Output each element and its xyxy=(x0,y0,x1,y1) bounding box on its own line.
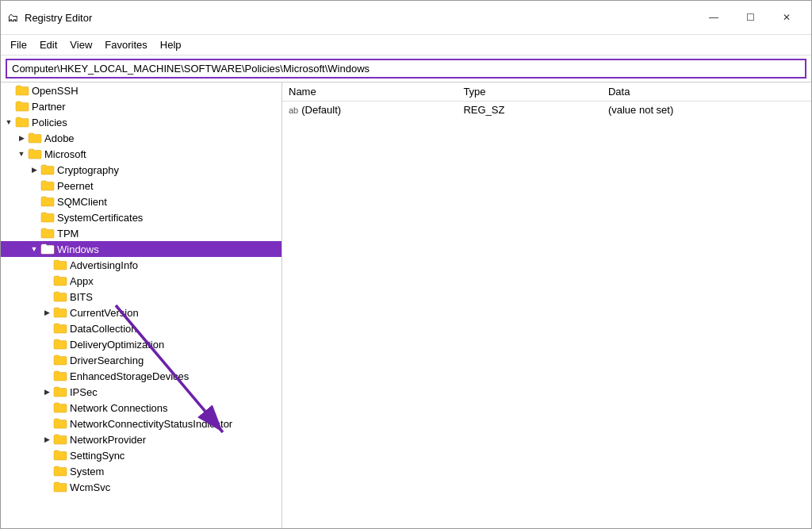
folder-icon-networkprovider xyxy=(53,434,67,445)
expand-btn-tpm[interactable] xyxy=(28,227,40,240)
menu-item-favorites[interactable]: Favorites xyxy=(98,36,153,53)
tree-item-enhancedstoragedevices[interactable]: EnhancedStorageDevices xyxy=(1,368,282,384)
tree-item-networkprovider[interactable]: ▶ NetworkProvider xyxy=(1,431,282,447)
tree-label-settingsync: SettingSync xyxy=(70,450,124,462)
expand-btn-settingsync[interactable] xyxy=(40,449,53,462)
folder-icon-networkconnections xyxy=(53,402,67,413)
tree-item-deliveryoptimization[interactable]: DeliveryOptimization xyxy=(1,336,282,352)
expand-btn-openssh[interactable] xyxy=(2,84,15,97)
tree-item-policies[interactable]: ▼ Policies xyxy=(1,114,282,130)
tree-label-adobe: Adobe xyxy=(44,132,75,144)
tree-item-microsoft[interactable]: ▼ Microsoft xyxy=(1,146,282,162)
expand-btn-bits[interactable] xyxy=(40,290,53,303)
tree-item-ipsec[interactable]: ▶ IPSec xyxy=(1,384,282,400)
expand-btn-windows[interactable]: ▼ xyxy=(28,243,40,255)
folder-icon-adobe xyxy=(28,132,42,144)
tree-item-partner[interactable]: Partner xyxy=(1,98,282,114)
tree-item-openssh[interactable]: OpenSSH xyxy=(1,82,282,98)
expand-btn-system[interactable] xyxy=(40,465,53,477)
tree-item-cryptography[interactable]: ▶ Cryptography xyxy=(1,162,282,178)
tree-item-networkconnections[interactable]: Network Connections xyxy=(1,400,282,416)
expand-btn-deliveryoptimization[interactable] xyxy=(40,338,53,351)
tree-item-peernet[interactable]: Peernet xyxy=(1,178,282,194)
tree-label-microsoft: Microsoft xyxy=(44,148,86,160)
menu-item-view[interactable]: View xyxy=(63,36,98,53)
tree-item-system[interactable]: System xyxy=(1,463,282,479)
app-icon: 🗂 xyxy=(7,11,18,24)
expand-btn-systemcertificates[interactable] xyxy=(28,211,40,224)
title-bar: 🗂 Registry Editor — ☐ ✕ xyxy=(1,1,811,35)
tree-label-cryptography: Cryptography xyxy=(57,164,119,176)
expand-btn-advertisinginfo[interactable] xyxy=(40,259,53,271)
tree-label-windows: Windows xyxy=(57,243,99,255)
tree-item-windows[interactable]: ▼ Windows xyxy=(1,241,282,257)
folder-icon-microsoft xyxy=(28,148,42,159)
window-controls: — ☐ ✕ xyxy=(695,6,805,29)
expand-btn-driversearching[interactable] xyxy=(40,354,53,366)
tree-pane[interactable]: OpenSSH Partner▼ Policies▶ Adobe▼ Micros… xyxy=(1,82,282,528)
folder-icon-ipsec xyxy=(53,386,67,397)
folder-icon-bits xyxy=(53,291,67,302)
expand-btn-wcmsvc[interactable] xyxy=(40,481,53,493)
expand-btn-sqmclient[interactable] xyxy=(28,195,40,208)
expand-btn-enhancedstoragedevices[interactable] xyxy=(40,370,53,382)
tree-item-appx[interactable]: Appx xyxy=(1,273,282,289)
expand-btn-policies[interactable]: ▼ xyxy=(2,116,15,128)
tree-label-ipsec: IPSec xyxy=(70,386,98,398)
folder-icon-peernet xyxy=(40,180,55,191)
menu-item-file[interactable]: File xyxy=(4,36,33,53)
expand-btn-appx[interactable] xyxy=(40,274,53,287)
tree-item-adobe[interactable]: ▶ Adobe xyxy=(1,130,282,146)
folder-icon-openssh xyxy=(15,85,29,96)
tree-label-deliveryoptimization: DeliveryOptimization xyxy=(70,339,164,351)
folder-icon-enhancedstoragedevices xyxy=(53,370,67,381)
expand-btn-networkconnectivitystatusindicator[interactable] xyxy=(40,417,53,430)
maximize-button[interactable]: ☐ xyxy=(732,6,768,29)
expand-btn-ipsec[interactable]: ▶ xyxy=(40,385,53,398)
tree-label-policies: Policies xyxy=(32,117,67,128)
tree-label-wcmsvc: WcmSvc xyxy=(70,481,110,493)
tree-item-systemcertificates[interactable]: SystemCertificates xyxy=(1,209,282,225)
menu-item-help[interactable]: Help xyxy=(154,36,188,53)
expand-btn-peernet[interactable] xyxy=(28,179,40,192)
tree-item-wcmsvc[interactable]: WcmSvc xyxy=(1,479,282,495)
tree-item-currentversion[interactable]: ▶ CurrentVersion xyxy=(1,305,282,320)
tree-item-settingsync[interactable]: SettingSync xyxy=(1,447,282,463)
tree-item-tpm[interactable]: TPM xyxy=(1,225,282,241)
address-input[interactable] xyxy=(6,59,806,79)
close-button[interactable]: ✕ xyxy=(768,6,805,29)
expand-btn-currentversion[interactable]: ▶ xyxy=(40,306,53,319)
tree-item-driversearching[interactable]: DriverSearching xyxy=(1,352,282,368)
folder-icon-advertisinginfo xyxy=(53,259,67,270)
tree-item-datacollection[interactable]: DataCollection xyxy=(1,320,282,336)
tree-label-system: System xyxy=(70,466,104,477)
expand-btn-networkconnections[interactable] xyxy=(40,401,53,414)
content-area: OpenSSH Partner▼ Policies▶ Adobe▼ Micros… xyxy=(1,82,811,528)
expand-btn-networkprovider[interactable]: ▶ xyxy=(40,433,53,446)
minimize-button[interactable]: — xyxy=(695,6,732,29)
tree-label-networkconnections: Network Connections xyxy=(70,402,168,414)
folder-icon-policies xyxy=(15,117,29,128)
tree-label-appx: Appx xyxy=(70,275,94,287)
tree-item-bits[interactable]: BITS xyxy=(1,289,282,305)
tree-item-sqmclient[interactable]: SQMClient xyxy=(1,194,282,209)
tree-label-driversearching: DriverSearching xyxy=(70,355,144,366)
expand-btn-partner[interactable] xyxy=(2,100,15,113)
address-bar xyxy=(1,56,811,82)
expand-btn-adobe[interactable]: ▶ xyxy=(15,132,28,144)
menu-item-edit[interactable]: Edit xyxy=(33,36,63,53)
tree-label-networkconnectivitystatusindicator: NetworkConnectivityStatusIndicator xyxy=(70,418,232,430)
tree-item-advertisinginfo[interactable]: AdvertisingInfo xyxy=(1,257,282,273)
expand-btn-microsoft[interactable]: ▼ xyxy=(15,148,28,160)
folder-icon-tpm xyxy=(40,228,55,239)
tree-label-partner: Partner xyxy=(32,101,66,113)
col-data: Data xyxy=(602,82,811,102)
tree-item-networkconnectivitystatusindicator[interactable]: NetworkConnectivityStatusIndicator xyxy=(1,416,282,431)
reg-icon: ab xyxy=(289,105,298,115)
registry-editor-window: 🗂 Registry Editor — ☐ ✕ FileEditViewFavo… xyxy=(0,0,812,529)
detail-data: (value not set) xyxy=(602,102,811,119)
folder-icon-cryptography xyxy=(40,164,55,175)
folder-icon-deliveryoptimization xyxy=(53,339,67,350)
expand-btn-datacollection[interactable] xyxy=(40,322,53,335)
expand-btn-cryptography[interactable]: ▶ xyxy=(28,163,40,176)
